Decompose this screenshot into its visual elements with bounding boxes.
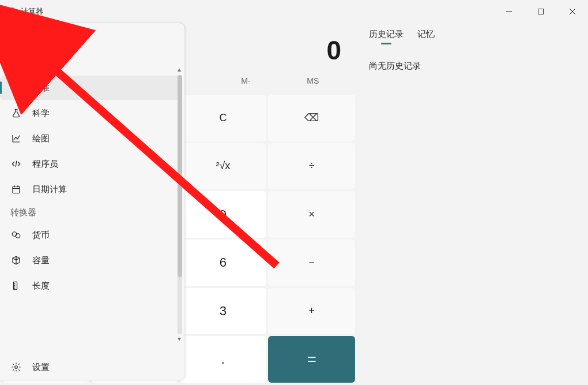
flask-icon [10,108,22,118]
app-icon [6,7,15,16]
svg-rect-22 [13,186,20,193]
svg-rect-4 [7,13,9,14]
key-9[interactable]: 9 [180,191,267,238]
svg-line-21 [16,161,17,167]
minimize-button[interactable] [493,0,525,23]
svg-rect-3 [10,12,12,13]
key-×[interactable]: × [268,191,355,238]
svg-point-15 [14,88,15,88]
nav-item-calculator[interactable]: 标准 [0,76,181,100]
graph-icon [10,133,22,144]
memory-button-ms[interactable]: MS [280,70,346,91]
nav-section-calculator: 计算器 [0,55,184,74]
nav-section-converter: 转换器 [0,203,184,222]
key-÷[interactable]: ÷ [268,143,355,190]
nav-item-graph[interactable]: 绘图 [0,126,181,151]
nav-scrollbar-thumb[interactable] [178,75,182,277]
hamburger-button[interactable] [5,28,30,51]
svg-rect-7 [538,9,543,14]
key-²√x[interactable]: ²√x [180,143,267,190]
svg-point-18 [14,89,15,90]
svg-rect-1 [7,9,13,10]
nav-item-currency[interactable]: 货币 [0,223,181,247]
nav-item-calendar[interactable]: 日期计算 [0,177,181,201]
nav-item-label: 程序员 [32,159,58,170]
svg-point-27 [16,234,20,238]
nav-item-code[interactable]: 程序员 [0,152,181,176]
scroll-up-icon[interactable]: ▴ [176,66,183,73]
nav-item-label: 容量 [32,255,50,266]
nav-item-label: 绘图 [32,133,50,144]
cube-icon [10,255,22,266]
key-−[interactable]: − [268,240,355,286]
svg-rect-2 [7,12,9,13]
scroll-down-icon[interactable]: ▾ [176,335,183,342]
calculator-icon [10,83,22,93]
nav-item-label: 标准 [32,83,50,94]
nav-item-ruler[interactable]: 长度 [0,274,181,298]
svg-point-33 [15,366,18,369]
calendar-icon [10,184,22,195]
memory-button-m-[interactable]: M- [213,70,278,91]
code-icon [10,159,22,169]
maximize-button[interactable] [525,0,556,23]
key-⌫[interactable]: ⌫ [268,95,355,141]
history-tab-1[interactable]: 记忆 [417,29,435,43]
nav-scrollbar[interactable] [178,75,182,334]
window-title: 计算器 [21,6,43,17]
key-6[interactable]: 6 [180,240,267,286]
nav-item-label: 科学 [32,108,50,119]
ruler-icon [10,281,22,291]
key-=[interactable]: = [268,336,355,383]
svg-point-17 [17,88,18,88]
svg-point-19 [16,89,16,90]
nav-item-label: 货币 [32,230,50,241]
history-empty-text: 尚无历史记录 [369,61,576,72]
key-.[interactable]: . [180,336,267,383]
nav-item-flask[interactable]: 科学 [0,101,181,125]
svg-rect-14 [14,85,18,87]
svg-point-20 [17,89,18,90]
svg-point-16 [16,88,16,88]
nav-item-label: 设置 [32,362,50,373]
nav-flyout: 计算器 标准科学绘图程序员日期计算 转换器 货币容量长度 ▴ ▾ 设置 [0,23,184,380]
close-button[interactable] [556,0,588,23]
nav-item-label: 日期计算 [32,184,67,195]
nav-item-cube[interactable]: 容量 [0,248,181,272]
currency-icon [10,230,22,240]
nav-item-label: 长度 [32,281,50,291]
svg-rect-5 [10,13,12,14]
nav-item-settings[interactable]: 设置 [0,355,181,379]
key-+[interactable]: + [268,288,355,335]
history-tab-0[interactable]: 历史记录 [369,29,404,43]
key-C[interactable]: C [180,95,267,141]
key-3[interactable]: 3 [180,288,267,335]
gear-icon [10,362,22,372]
